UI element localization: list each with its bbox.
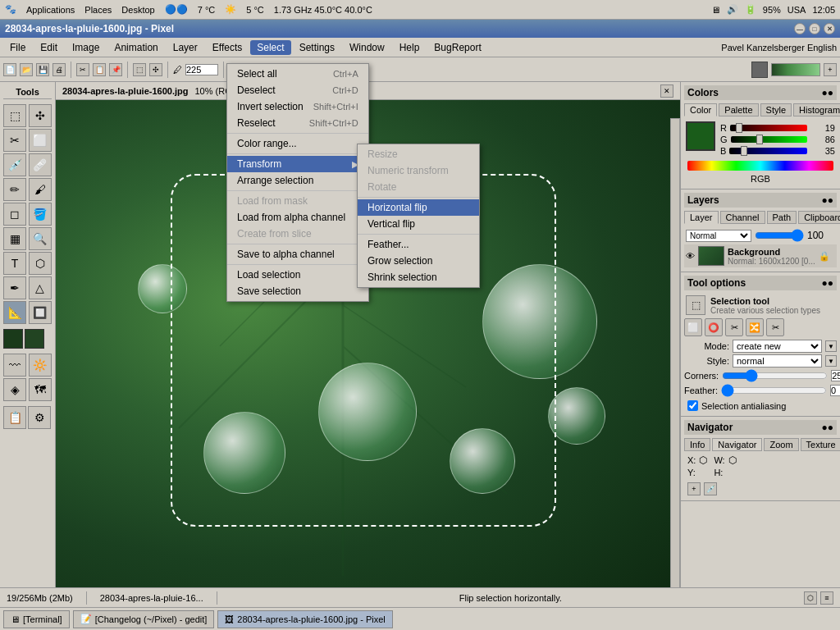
- tab-clipboard[interactable]: Clipboard: [798, 211, 840, 224]
- tab-channel[interactable]: Channel: [720, 211, 765, 224]
- open-button[interactable]: 📂: [20, 63, 33, 76]
- horizontal-flip-item[interactable]: Horizontal flip: [358, 199, 479, 216]
- tool-burn[interactable]: 🔆: [29, 354, 52, 377]
- tool-smudge[interactable]: 〰: [3, 354, 26, 377]
- applications-menu[interactable]: Applications: [26, 5, 75, 15]
- style-select[interactable]: normal: [733, 354, 822, 368]
- navigator-options[interactable]: ●●: [822, 422, 834, 433]
- print-button[interactable]: 🖨: [52, 63, 66, 76]
- select-all-item[interactable]: Select all Ctrl+A: [227, 66, 368, 82]
- paste-button[interactable]: 📌: [109, 63, 122, 76]
- load-from-alpha-item[interactable]: Load from alpha channel: [227, 209, 368, 226]
- app-menu[interactable]: 🐾: [5, 4, 16, 15]
- fg-color-swatch[interactable]: [3, 329, 23, 349]
- tool-brush[interactable]: 🖌: [29, 178, 52, 201]
- menu-animation[interactable]: Animation: [107, 40, 164, 55]
- layer-item-background[interactable]: 👁 Background Normal: 1600x1200 [0... 🔒: [684, 244, 837, 267]
- tab-path[interactable]: Path: [767, 211, 797, 224]
- menu-file[interactable]: File: [3, 40, 32, 55]
- load-selection-item[interactable]: Load selection: [227, 267, 368, 283]
- deselect-item[interactable]: Deselect Ctrl+D: [227, 82, 368, 98]
- tool-transform[interactable]: ⬡: [29, 252, 52, 275]
- tool-pencil[interactable]: ✏: [3, 178, 26, 201]
- tab-texture[interactable]: Texture: [801, 438, 840, 451]
- move-tool-btn[interactable]: ✣: [149, 63, 162, 76]
- tab-zoom[interactable]: Zoom: [764, 438, 798, 451]
- tool-history[interactable]: 📋: [3, 406, 26, 429]
- tab-color[interactable]: Color: [684, 103, 717, 116]
- minimize-button[interactable]: —: [794, 23, 806, 34]
- tool-gradient[interactable]: ▦: [3, 227, 26, 250]
- layers-options-icon[interactable]: ●●: [822, 194, 834, 206]
- taskbar-gedit[interactable]: 📝 [Changelog (~/Pixel) - gedit]: [73, 610, 215, 628]
- r-slider-thumb[interactable]: [736, 123, 742, 133]
- vertical-scrollbar[interactable]: [670, 118, 680, 587]
- bg-color-swatch[interactable]: [25, 329, 44, 349]
- tool-crop[interactable]: ⬜: [29, 129, 52, 152]
- blend-mode-select[interactable]: Normal: [686, 230, 751, 242]
- tool-eyedropper[interactable]: 💉: [3, 153, 26, 176]
- taskbar-terminal[interactable]: 🖥 [Terminal]: [3, 610, 70, 628]
- feather-item[interactable]: Feather...: [358, 236, 479, 253]
- tool-eraser[interactable]: ◻: [3, 203, 26, 226]
- corners-slider[interactable]: [722, 369, 828, 382]
- menu-settings[interactable]: Settings: [293, 40, 341, 55]
- style-down-icon[interactable]: ▼: [825, 355, 837, 367]
- shrink-selection-item[interactable]: Shrink selection: [358, 269, 479, 285]
- selection-tool-btn[interactable]: ⬚: [133, 63, 146, 76]
- tool-sharpen[interactable]: ◈: [3, 378, 26, 401]
- menu-bugreport[interactable]: BugReport: [427, 40, 487, 55]
- brush-size-input[interactable]: [185, 64, 218, 75]
- status-icon-2[interactable]: ≡: [820, 591, 833, 605]
- save-button[interactable]: 💾: [36, 63, 49, 76]
- color-range-item[interactable]: Color range...: [227, 135, 368, 152]
- nav-eyedrop-icon[interactable]: 💉: [704, 482, 717, 495]
- antialiasing-checkbox[interactable]: [687, 400, 698, 411]
- free-select-icon[interactable]: ✂: [725, 318, 743, 336]
- tab-layer[interactable]: Layer: [684, 211, 719, 224]
- foreground-color[interactable]: [751, 62, 768, 78]
- tool-select[interactable]: ⬚: [3, 104, 26, 127]
- tool-nav[interactable]: 🗺: [29, 378, 52, 401]
- b-slider-track[interactable]: [729, 148, 807, 154]
- maximize-button[interactable]: □: [809, 23, 820, 34]
- vertical-flip-item[interactable]: Vertical flip: [358, 216, 479, 232]
- zoom-in-btn[interactable]: +: [824, 63, 837, 76]
- save-to-alpha-item[interactable]: Save to alpha channel: [227, 246, 368, 262]
- opacity-slider[interactable]: [755, 229, 804, 242]
- mode-down-icon[interactable]: ▼: [825, 340, 837, 352]
- reselect-item[interactable]: Reselect Shift+Ctrl+D: [227, 115, 368, 131]
- b-slider-thumb[interactable]: [741, 146, 747, 156]
- rainbow-bar[interactable]: [687, 161, 833, 171]
- invert-selection-item[interactable]: Invert selection Shift+Ctrl+I: [227, 98, 368, 115]
- tab-info[interactable]: Info: [684, 438, 710, 451]
- menu-select[interactable]: Select: [250, 40, 290, 55]
- g-slider-track[interactable]: [731, 136, 807, 143]
- menu-window[interactable]: Window: [343, 40, 391, 55]
- feather-slider[interactable]: [721, 384, 827, 397]
- status-icon-1[interactable]: ⬡: [804, 591, 817, 605]
- save-selection-item[interactable]: Save selection: [227, 283, 368, 299]
- r-slider-track[interactable]: [730, 125, 807, 131]
- menu-edit[interactable]: Edit: [34, 40, 64, 55]
- tool-settings[interactable]: ⚙: [28, 406, 51, 429]
- tool-heal[interactable]: 🩹: [29, 153, 52, 176]
- ellipse-select-icon[interactable]: ⭕: [705, 318, 723, 336]
- grow-selection-item[interactable]: Grow selection: [358, 253, 479, 269]
- fuzzy-select-icon[interactable]: 🔀: [746, 318, 764, 336]
- tab-palette[interactable]: Palette: [719, 103, 758, 116]
- nav-plus-icon[interactable]: +: [687, 482, 701, 495]
- menu-help[interactable]: Help: [393, 40, 427, 55]
- tab-style[interactable]: Style: [760, 103, 792, 116]
- menu-effects[interactable]: Effects: [206, 40, 249, 55]
- active-color-swatch[interactable]: [686, 121, 715, 151]
- tool-clone[interactable]: 🔲: [29, 301, 52, 324]
- new-button[interactable]: 📄: [3, 63, 16, 76]
- desktop-menu[interactable]: Desktop: [121, 5, 154, 15]
- tab-histogram[interactable]: Histogram: [793, 103, 840, 116]
- taskbar-pixel[interactable]: 🖼 28034-apres-la-pluie-1600.jpg - Pixel: [217, 610, 392, 628]
- places-menu[interactable]: Places: [84, 5, 112, 15]
- tool-lasso[interactable]: ✂: [3, 129, 26, 152]
- feather-input[interactable]: [830, 385, 840, 396]
- tool-zoom[interactable]: 🔍: [29, 227, 52, 250]
